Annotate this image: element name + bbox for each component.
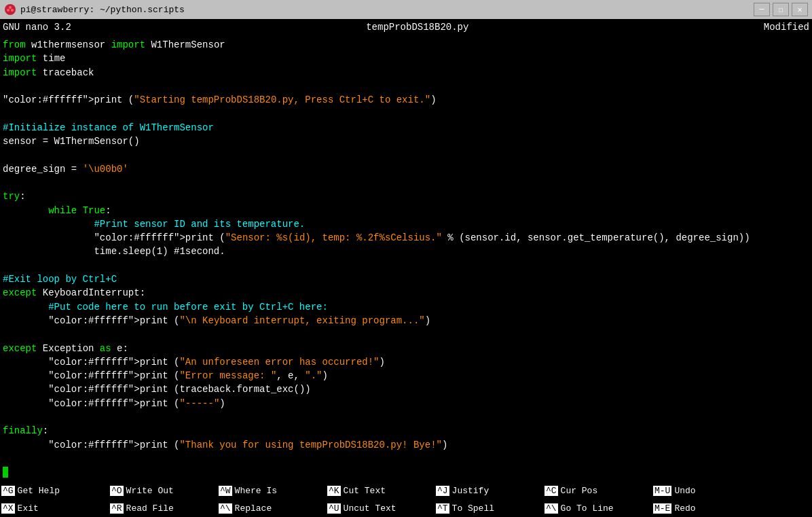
shortcut-label: To Spell xyxy=(452,503,494,514)
code-line: "color:#ffffff">print ("An unforeseen er… xyxy=(0,355,812,369)
shortcut-label: Justify xyxy=(452,486,490,496)
code-line xyxy=(0,176,812,190)
shortcut-key: ^W xyxy=(219,486,232,496)
title-controls: — ☐ ✕ xyxy=(754,3,808,16)
code-line: sensor = W1ThermSensor() xyxy=(0,135,812,148)
shortcut-label: Uncut Text xyxy=(344,503,396,514)
svg-point-0 xyxy=(5,4,16,15)
shortcut-key: ^X xyxy=(1,503,15,514)
bottom-bar: ^GGet Help^OWrite Out^WWhere Is^KCut Tex… xyxy=(0,482,812,517)
code-line: try: xyxy=(0,190,812,203)
code-line: "color:#ffffff">print ("\n Keyboard inte… xyxy=(0,314,812,327)
shortcut-item[interactable]: ^GGet Help xyxy=(0,482,109,499)
code-line: "color:#ffffff">print ("Thank you for us… xyxy=(0,438,812,452)
shortcut-item[interactable]: ^WWhere Is xyxy=(217,482,326,499)
shortcut-label: Replace xyxy=(235,503,272,514)
shortcut-item[interactable]: M-ERedo xyxy=(652,499,760,517)
svg-point-3 xyxy=(11,9,14,12)
window-title: pi@strawberry: ~/python.scripts xyxy=(20,5,185,15)
shortcut-key: ^J xyxy=(436,486,449,496)
code-line xyxy=(0,79,812,93)
code-line: #Initialize instance of W1ThermSensor xyxy=(0,121,812,135)
shortcut-key: ^\ xyxy=(219,503,232,514)
shortcut-key: M-E xyxy=(653,503,671,514)
close-button[interactable]: ✕ xyxy=(792,3,808,16)
svg-point-1 xyxy=(9,6,12,9)
maximize-button[interactable]: ☐ xyxy=(773,3,789,16)
shortcut-item[interactable]: ^TTo Spell xyxy=(435,499,543,517)
shortcut-item[interactable]: ^UUncut Text xyxy=(326,499,435,517)
shortcut-label: Go To Line xyxy=(561,503,614,514)
code-line: "color:#ffffff">print ("Sensor: %s(id), … xyxy=(0,231,812,245)
code-line: while True: xyxy=(0,204,812,217)
shortcut-label: Write Out xyxy=(126,486,174,496)
code-line: except KeyboardInterrupt: xyxy=(0,286,812,300)
shortcut-item[interactable]: ^CCur Pos xyxy=(543,482,652,499)
title-bar: pi@strawberry: ~/python.scripts — ☐ ✕ xyxy=(0,0,812,19)
code-line: import time xyxy=(0,52,812,65)
shortcut-item[interactable]: ^KCut Text xyxy=(326,482,435,499)
shortcut-label: Read File xyxy=(126,503,174,514)
code-line xyxy=(0,107,812,120)
shortcut-item[interactable]: ^RRead File xyxy=(109,499,217,517)
code-line: #Put code here to run before exit by Ctr… xyxy=(0,300,812,314)
shortcut-key: ^R xyxy=(110,503,124,514)
code-line xyxy=(0,452,812,465)
svg-point-2 xyxy=(7,9,10,12)
code-line: "color:#ffffff">print ("Error message: "… xyxy=(0,369,812,382)
shortcut-label: Get Help xyxy=(18,486,60,496)
shortcut-item[interactable]: ^OWrite Out xyxy=(109,482,217,499)
shortcut-key: ^G xyxy=(1,486,15,496)
code-line: time.sleep(1) #1second. xyxy=(0,245,812,258)
code-line: import traceback xyxy=(0,66,812,79)
nano-version: GNU nano 3.2 xyxy=(3,22,71,33)
shortcut-key: ^O xyxy=(110,486,124,496)
shortcut-key: ^K xyxy=(327,486,341,496)
code-line: "color:#ffffff">print (traceback.format_… xyxy=(0,382,812,396)
shortcut-label: Undo xyxy=(674,486,695,496)
minimize-button[interactable]: — xyxy=(754,3,770,16)
nano-filename: tempProbDS18B20.py xyxy=(366,22,468,33)
nano-modified: Modified xyxy=(764,22,809,33)
code-line: "color:#ffffff">print ("-----") xyxy=(0,397,812,410)
shortcut-key: ^\ xyxy=(545,503,558,514)
raspberry-icon xyxy=(4,3,16,16)
nano-header: GNU nano 3.2 tempProbDS18B20.py Modified xyxy=(0,19,812,35)
code-line: finally: xyxy=(0,424,812,438)
code-line xyxy=(0,327,812,341)
shortcut-key: ^U xyxy=(327,503,341,514)
shortcut-item[interactable]: ^\Replace xyxy=(217,499,326,517)
code-line: #Exit loop by Ctrl+C xyxy=(0,272,812,286)
code-line: except Exception as e: xyxy=(0,342,812,355)
code-line xyxy=(0,259,812,272)
shortcut-item[interactable]: M-UUndo xyxy=(652,482,760,499)
shortcut-item[interactable]: ^XExit xyxy=(0,499,109,517)
shortcut-key: M-U xyxy=(653,486,671,496)
shortcut-key: ^C xyxy=(545,486,558,496)
shortcut-label: Exit xyxy=(18,503,39,514)
text-cursor xyxy=(3,467,8,478)
shortcut-item[interactable]: ^JJustify xyxy=(435,482,543,499)
title-bar-left: pi@strawberry: ~/python.scripts xyxy=(4,3,185,16)
shortcut-label: Cur Pos xyxy=(561,486,598,496)
shortcut-key: ^T xyxy=(436,503,449,514)
code-line: from w1thermsensor import W1ThermSensor xyxy=(0,38,812,52)
cursor-line xyxy=(0,465,812,479)
shortcut-label: Cut Text xyxy=(344,486,386,496)
editor-area[interactable]: from w1thermsensor import W1ThermSensori… xyxy=(0,35,812,482)
code-line: #Print sensor ID and its temperature. xyxy=(0,217,812,231)
code-line xyxy=(0,410,812,424)
code-line: degree_sign = '\u00b0' xyxy=(0,162,812,176)
shortcut-label: Where Is xyxy=(235,486,277,496)
shortcut-item[interactable]: ^\Go To Line xyxy=(543,499,652,517)
code-line: "color:#ffffff">print ("Starting tempPro… xyxy=(0,93,812,107)
shortcut-label: Redo xyxy=(674,503,695,514)
code-line xyxy=(0,148,812,162)
